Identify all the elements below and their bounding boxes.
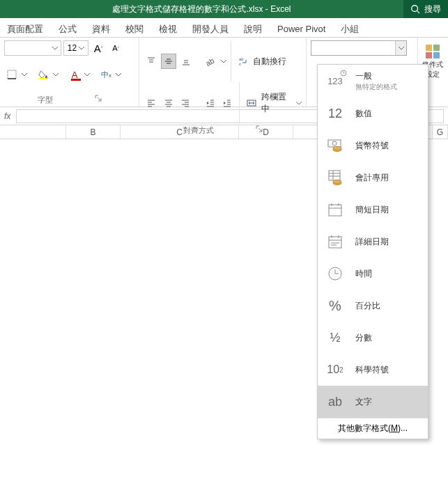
dialog-launcher-icon[interactable] [95,95,102,102]
col-header[interactable] [0,125,66,139]
svg-rect-39 [433,45,440,51]
format-time[interactable]: 時間 [318,258,428,290]
merge-center-label[interactable]: 跨欄置中 [261,91,294,115]
conditional-format-icon [424,43,441,60]
tab-formulas[interactable]: 公式 [59,22,77,37]
format-fraction[interactable]: ½ 分數 [318,322,428,354]
svg-rect-40 [426,52,432,58]
svg-rect-49 [329,171,340,180]
svg-rect-41 [433,52,440,58]
wrap-text-button[interactable]: abc [235,54,251,69]
group-label-font: 字型 [38,95,53,105]
chevron-down-icon[interactable] [221,55,226,68]
svg-rect-2 [8,70,16,79]
short-date-icon [325,199,346,220]
number-format-combo[interactable] [311,40,407,56]
clock-icon [325,263,346,284]
svg-point-48 [333,147,341,150]
chevron-down-icon [52,45,58,51]
font-size-combo[interactable]: 12 [63,40,88,56]
scientific-icon: 102 [325,359,346,380]
align-middle-button[interactable] [161,54,176,69]
fraction-icon: ½ [325,327,346,348]
percent-icon: % [325,295,346,316]
svg-point-46 [332,141,337,146]
long-date-icon [325,231,346,252]
chevron-down-icon[interactable] [22,68,27,81]
tab-team[interactable]: 小組 [341,22,359,37]
accounting-icon [325,167,346,188]
align-bottom-button[interactable] [178,54,194,69]
tab-data[interactable]: 資料 [92,22,110,37]
svg-text:ab: ab [239,57,244,61]
svg-rect-55 [329,205,341,216]
chevron-down-icon[interactable] [53,68,59,81]
tab-help[interactable]: 說明 [244,22,262,37]
align-right-button[interactable] [178,95,193,111]
orientation-button[interactable]: ab [203,54,219,69]
svg-point-0 [412,6,418,12]
format-general[interactable]: 123 一般無特定的格式 [318,65,428,97]
more-number-formats[interactable]: 其他數字格式(M)... [318,418,428,439]
fx-label[interactable]: fx [4,111,10,121]
format-scientific[interactable]: 102 科學符號 [318,354,428,386]
svg-text:ab: ab [206,56,216,66]
decrease-indent-button[interactable] [203,95,218,111]
svg-rect-4 [38,78,47,79]
col-header-c[interactable]: C [121,125,239,139]
search-box[interactable]: 搜尋 [403,0,448,18]
svg-rect-59 [329,237,341,248]
tab-page-layout[interactable]: 頁面配置 [7,22,43,37]
tab-view[interactable]: 檢視 [159,22,177,37]
phonetic-button[interactable]: 中⁎ [98,67,114,82]
chevron-down-icon [79,45,84,51]
number-format-dropdown-button[interactable] [395,41,406,55]
increase-indent-button[interactable] [220,95,235,111]
decrease-font-button[interactable]: Aˇ [108,40,123,56]
tab-review[interactable]: 校閱 [125,22,144,37]
font-size-value: 12 [68,43,77,53]
general-format-icon: 123 [325,71,346,92]
font-color-button[interactable]: A [67,67,82,82]
chevron-down-icon[interactable] [116,68,121,81]
align-top-button[interactable] [144,54,159,69]
tab-developer[interactable]: 開發人員 [192,22,229,37]
format-accounting[interactable]: 會計專用 [318,162,428,194]
text-format-icon: ab [325,391,346,412]
wrap-text-label[interactable]: 自動換行 [253,56,286,68]
title-bar: 處理文字格式儲存格裡的數字和公式.xlsx - Excel 搜尋 [0,0,448,18]
chevron-down-icon [399,45,404,51]
search-icon [410,4,420,14]
number-format-dropdown: 123 一般無特定的格式 12 數值 貨幣符號 會計專用 簡短日期 詳細日期 時… [317,64,428,439]
col-header-g[interactable]: G [433,125,448,139]
format-currency[interactable]: 貨幣符號 [318,129,428,162]
chevron-down-icon[interactable] [296,97,302,109]
align-left-button[interactable] [144,95,159,111]
col-header-b[interactable]: B [66,125,121,139]
number-format-value [311,41,395,55]
align-center-button[interactable] [161,95,176,111]
svg-rect-38 [426,45,432,51]
increase-font-button[interactable]: Aˆ [91,40,106,56]
format-long-date[interactable]: 詳細日期 [318,226,428,258]
svg-line-1 [417,11,420,14]
currency-icon [325,135,346,156]
format-percentage[interactable]: % 百分比 [318,290,428,322]
ribbon-group-font: 12 Aˆ Aˇ A 中⁎ 字型 [0,38,139,107]
font-name-combo[interactable] [4,40,61,56]
format-number[interactable]: 12 數值 [318,97,428,129]
tab-power-pivot[interactable]: Power Pivot [277,22,325,36]
svg-text:c: c [239,62,241,66]
number-format-icon: 12 [325,103,346,124]
window-title: 處理文字格式儲存格裡的數字和公式.xlsx - Excel [0,3,403,15]
fill-color-button[interactable] [36,67,51,82]
merge-center-button[interactable] [244,95,259,111]
ribbon-tabs: 頁面配置 公式 資料 校閱 檢視 開發人員 說明 Power Pivot 小組 [0,18,448,38]
ribbon-group-alignment: ab abc 自動換行 跨欄置中 對齊方式 [139,38,307,107]
border-button[interactable] [4,67,20,82]
col-header-d[interactable]: D [239,125,293,139]
chevron-down-icon[interactable] [84,68,90,81]
format-short-date[interactable]: 簡短日期 [318,194,428,226]
format-text[interactable]: ab 文字 [318,386,428,418]
search-label: 搜尋 [424,3,441,15]
